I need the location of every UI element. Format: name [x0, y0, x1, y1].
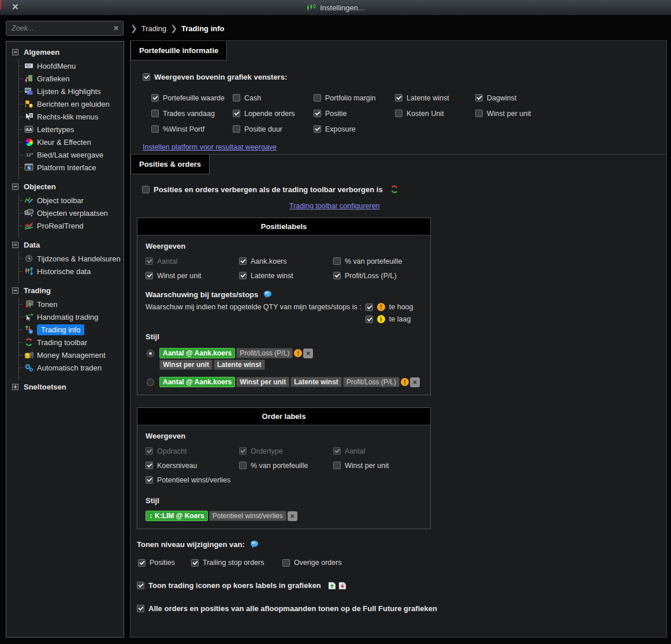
checkbox-label: Latente winst: [407, 94, 449, 102]
checkbox-toon-trading-iconen[interactable]: Toon trading iconen op koers labels in g…: [137, 581, 321, 590]
remove-chip-button[interactable]: [288, 511, 297, 521]
checkbox-pct-portefeuille-order[interactable]: % van portefeuille: [239, 462, 333, 470]
sidebar-item-lettertypes[interactable]: AALettertypes: [19, 123, 124, 136]
style-radio-1[interactable]: [147, 350, 154, 357]
checkbox-box: [333, 447, 341, 455]
configure-trading-toolbar-link[interactable]: Trading toolbar configureren: [289, 202, 380, 210]
sidebar-item-object-toolbar[interactable]: Object toolbar: [19, 194, 124, 207]
collapse-icon[interactable]: [12, 287, 18, 294]
chip-latente-winst[interactable]: Latente winst: [214, 360, 265, 370]
search-input[interactable]: [10, 24, 113, 33]
sidebar-item-money-management[interactable]: Money Management: [19, 349, 124, 361]
sidebar-item-prorealtrend[interactable]: ProRealTrend: [19, 219, 124, 232]
checkbox-latente-winst[interactable]: Latente winst: [395, 94, 475, 102]
checkbox-winst-per-unit-pos[interactable]: Winst per unit: [146, 272, 239, 280]
checkbox-exposure[interactable]: Exposure: [314, 125, 395, 133]
checkbox-trailing-stop-orders[interactable]: Trailing stop orders: [191, 559, 282, 567]
search-box[interactable]: ✖: [6, 21, 124, 36]
checkbox-dagwinst[interactable]: Dagwinst: [475, 94, 666, 102]
chip-profit-loss[interactable]: Profit/Loss (P/L): [343, 377, 400, 387]
checkbox-positie[interactable]: Positie: [314, 110, 395, 118]
style-radio-2[interactable]: [147, 379, 154, 386]
sidebar-item-kleur-effecten[interactable]: Kleur & Effecten: [19, 136, 124, 148]
chip-potentieel-winst-verlies[interactable]: Potentieel winst/verlies: [209, 511, 286, 521]
sidebar-item-historische-data[interactable]: Historische data: [19, 265, 124, 278]
updown-arrow-icon: ↕: [149, 512, 152, 520]
tab-portefeuille-informatie[interactable]: Portefeuille informatie: [131, 41, 227, 61]
clear-search-icon[interactable]: ✖: [113, 24, 119, 32]
sidebar-item-rechtsklik-menus[interactable]: Rechts-klik menus: [19, 110, 124, 123]
chip-klim-koers[interactable]: ↕K:LIM @ Koers: [146, 511, 208, 521]
sidebar-item-trading-toolbar[interactable]: Trading toolbar: [19, 336, 124, 349]
checkbox-opdracht[interactable]: Opdracht: [146, 447, 239, 455]
expand-icon[interactable]: [12, 384, 18, 390]
checkbox-profit-loss[interactable]: Profit/Loss (P/L): [333, 272, 422, 280]
sidebar-section-sneltoetsen[interactable]: Sneltoetsen: [10, 380, 124, 394]
sidebar-item-hoofdmenu[interactable]: HoofdMenu: [19, 59, 124, 72]
checkbox-koersniveau[interactable]: Koersniveau: [146, 462, 239, 470]
sidebar-item-trading-info[interactable]: iTrading info: [19, 323, 124, 336]
checkbox-aantal[interactable]: Aantal: [146, 257, 239, 265]
chip-aantal-aankkoers[interactable]: Aantal @ Aank.koers: [159, 348, 235, 358]
checkbox-portefeuille-waarde[interactable]: Portefeuille waarde: [151, 94, 233, 102]
checkbox-pct-portefeuille[interactable]: % van portefeuille: [333, 257, 422, 265]
sidebar-section-algemeen[interactable]: Algemeen: [10, 45, 124, 59]
checkbox-full-future[interactable]: Alle orders en posities van alle afloopm…: [137, 604, 437, 613]
sidebar-item-automatisch-traden[interactable]: Automatisch traden: [19, 361, 124, 374]
checkbox-latente-winst-pos[interactable]: Latente winst: [239, 272, 333, 280]
checkbox-kosten-unit[interactable]: Kosten Unit: [395, 110, 475, 118]
chip-winst-per-unit[interactable]: Winst per unit: [236, 377, 289, 387]
checkbox-label: Toon trading iconen op koers labels in g…: [148, 581, 321, 590]
sidebar-item-bied-laat[interactable]: .12⁰Bied/Laat weergave: [19, 148, 124, 161]
checkbox-aantal-order[interactable]: Aantal: [333, 447, 422, 455]
checkbox-overige-orders[interactable]: Overige orders: [282, 559, 342, 567]
checkbox-portfolio-margin[interactable]: Portfolio margin: [314, 94, 395, 102]
checkbox-ordertype[interactable]: Ordertype: [239, 447, 333, 455]
checkbox-te-hoog[interactable]: te hoog: [366, 303, 413, 311]
sidebar-item-grafieken[interactable]: Grafieken: [19, 72, 124, 85]
chip-aantal-aankkoers[interactable]: Aantal @ Aank.koers: [159, 377, 235, 387]
object-toolbar-icon: [24, 196, 34, 205]
background-sliver: [0, 0, 1, 9]
checkbox-posities[interactable]: Posities: [138, 559, 191, 567]
checkbox-weergeven-bovenin[interactable]: Weergeven bovenin grafiek vensters:: [143, 73, 287, 81]
sidebar-item-lijsten-highlights[interactable]: Lijsten & Highlights: [19, 85, 124, 98]
checkbox-winst-portf[interactable]: %Winst Portf: [151, 125, 233, 133]
collapse-icon[interactable]: [12, 184, 18, 190]
sidebar-item-tonen[interactable]: Tonen: [19, 298, 124, 310]
remove-chip-button[interactable]: [303, 349, 313, 358]
collapse-icon[interactable]: [12, 242, 18, 248]
sidebar-item-berichten-geluiden[interactable]: Berichten en geluiden: [19, 98, 124, 110]
chip-winst-per-unit[interactable]: Winst per unit: [159, 360, 213, 370]
checkbox-potentieel-winst-verlies[interactable]: Potentieel winst/verlies: [146, 476, 239, 484]
breadcrumb-parent[interactable]: Trading: [141, 24, 167, 33]
checkbox-cash[interactable]: Cash: [233, 94, 314, 102]
checkbox-winst-per-unit[interactable]: Winst per unit: [475, 110, 666, 118]
sidebar-item-objecten-verplaatsen[interactable]: Objecten verplaatsen: [19, 207, 124, 219]
chip-latente-winst[interactable]: Latente winst: [290, 377, 342, 387]
sidebar-section-trading[interactable]: Trading: [10, 283, 124, 298]
sidebar-section-data[interactable]: Data: [10, 238, 124, 252]
checkbox-aank-koers[interactable]: Aank.koers: [239, 257, 333, 265]
sidebar-item-handmatig-trading[interactable]: Handmatig trading: [19, 310, 124, 323]
title-bar: ✕ Instellingen...: [0, 0, 671, 16]
tab-posities-orders[interactable]: Posities & orders: [131, 155, 210, 174]
collapse-icon[interactable]: [12, 49, 18, 55]
checkbox-lopende-orders[interactable]: Lopende orders: [233, 110, 314, 118]
sidebar-section-objecten[interactable]: Objecten: [10, 179, 124, 194]
speech-bubble-icon: [263, 290, 273, 299]
checkbox-winst-per-unit-order[interactable]: Winst per unit: [333, 462, 422, 470]
checkbox-trades-vandaag[interactable]: Trades vandaag: [151, 110, 233, 118]
svg-text:AA: AA: [25, 127, 32, 132]
context-menu-icon: [24, 112, 34, 121]
checkbox-hide-positions-orders[interactable]: Posities en orders verbergen als de trad…: [142, 185, 383, 194]
style-option-1: Aantal @ Aank.koers Profit/Loss (P/L) Wi…: [147, 348, 422, 370]
checkbox-positie-duur[interactable]: Positie duur: [233, 125, 314, 133]
close-window-button[interactable]: ✕: [12, 2, 19, 12]
platform-result-link[interactable]: Instellen platform voor resultaat weerga…: [143, 143, 277, 151]
checkbox-te-laag[interactable]: te laag: [366, 315, 413, 323]
sidebar-item-platform-interface[interactable]: Platform Interface: [19, 161, 124, 174]
remove-chip-button[interactable]: [410, 377, 420, 387]
sidebar-item-tijdzones[interactable]: Tijdzones & Handelsuren: [19, 252, 124, 265]
chip-profit-loss[interactable]: Profit/Loss (P/L): [236, 348, 293, 358]
